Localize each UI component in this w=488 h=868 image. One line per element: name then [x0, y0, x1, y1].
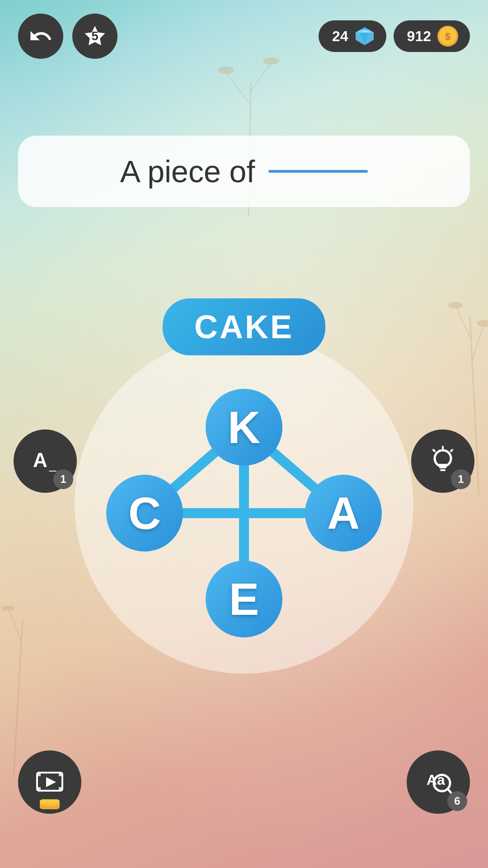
svg-line-7 [472, 326, 483, 362]
word-text: CAKE [194, 309, 294, 345]
gems-count: 24 [332, 28, 348, 45]
video-button[interactable] [18, 750, 81, 814]
coins-pill: 912 $ [394, 20, 470, 52]
letter-C[interactable]: C [106, 475, 183, 552]
search-badge: 6 [447, 791, 467, 811]
star-icon: 5 [83, 24, 107, 48]
coins-count: 912 [407, 28, 431, 45]
letter-A[interactable]: A [305, 475, 382, 552]
svg-line-10 [14, 619, 23, 778]
svg-marker-36 [46, 777, 56, 787]
boost-button[interactable]: 5 [72, 14, 117, 59]
svg-point-8 [448, 302, 463, 308]
boost-count: 5 [91, 29, 99, 43]
svg-line-11 [9, 610, 22, 642]
letter-E-char: E [229, 573, 259, 625]
letter-K[interactable]: K [206, 389, 282, 466]
top-bar: 5 24 912 $ [0, 14, 488, 59]
spell-hint-button[interactable]: A _ 1 [14, 429, 77, 493]
undo-button[interactable] [18, 14, 63, 59]
search-icon: Aa [422, 766, 455, 798]
svg-text:_: _ [49, 458, 56, 472]
clue-underline [268, 170, 368, 173]
svg-point-9 [477, 320, 488, 326]
letter-K-char: K [228, 401, 260, 453]
clue-box: A piece of [18, 136, 470, 207]
svg-rect-32 [37, 773, 41, 776]
word-display: CAKE [163, 298, 325, 355]
spell-badge: 1 [53, 469, 73, 489]
letter-E[interactable]: E [206, 561, 282, 637]
hint-badge: 1 [451, 469, 471, 489]
gem-icon [354, 25, 375, 47]
svg-line-26 [433, 450, 435, 451]
coin-icon: $ [436, 25, 459, 47]
svg-line-2 [226, 72, 249, 104]
svg-text:A: A [33, 449, 47, 471]
svg-point-12 [2, 605, 14, 611]
svg-text:$: $ [445, 31, 450, 42]
svg-point-4 [218, 66, 234, 74]
gems-pill: 24 [319, 20, 386, 52]
svg-line-6 [456, 307, 471, 339]
hint-button[interactable]: 1 [411, 429, 474, 493]
svg-rect-33 [59, 773, 62, 776]
clue-text: A piece of [45, 154, 443, 189]
svg-rect-35 [59, 787, 62, 791]
video-icon [33, 766, 66, 798]
coin-stack-icon [38, 799, 61, 809]
svg-line-25 [451, 450, 452, 451]
wheel-container: K C A E [75, 335, 413, 674]
letter-C-char: C [128, 487, 161, 539]
svg-line-1 [251, 63, 271, 90]
clue-phrase: A piece of [120, 154, 255, 189]
search-button[interactable]: Aa 6 [407, 750, 470, 814]
letter-A-char: A [327, 487, 360, 539]
svg-rect-34 [37, 787, 41, 791]
